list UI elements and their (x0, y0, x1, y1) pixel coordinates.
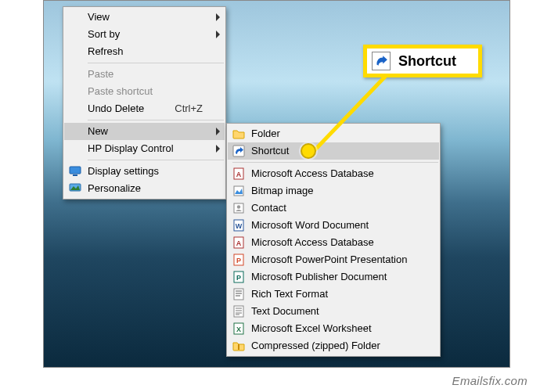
menu-label: Bitmap image (251, 185, 313, 196)
separator (232, 162, 438, 163)
keyboard-shortcut: Ctrl+Z (175, 100, 203, 117)
menu-label: Personalize (88, 182, 141, 194)
menu-item-view[interactable]: View (64, 9, 225, 26)
menu-item-personalize[interactable]: Personalize (64, 180, 225, 197)
access-icon: A (232, 167, 245, 180)
svg-rect-18 (234, 306, 243, 317)
excel-icon: X (232, 322, 245, 335)
chevron-right-icon (216, 31, 220, 38)
menu-label: Compressed (zipped) Folder (251, 340, 380, 351)
menu-label: Rich Text Format (251, 288, 328, 300)
annotation-dot (301, 143, 316, 159)
separator (88, 63, 224, 63)
svg-text:P: P (236, 257, 241, 264)
menu-item-new[interactable]: New (64, 123, 225, 140)
menu-label: Microsoft Access Database (251, 167, 374, 179)
menu-label: Folder (251, 128, 280, 139)
menu-label: Undo Delete (88, 102, 144, 114)
personalize-icon (69, 182, 81, 195)
menu-label: New (88, 125, 108, 137)
svg-text:X: X (236, 325, 241, 333)
submenu-item-excel[interactable]: X Microsoft Excel Worksheet (228, 320, 439, 337)
menu-label: Microsoft Excel Worksheet (251, 322, 372, 334)
separator (88, 120, 224, 120)
bitmap-icon (232, 185, 245, 197)
menu-item-paste-shortcut: Paste shortcut (64, 83, 225, 100)
menu-item-undo-delete[interactable]: Undo Delete Ctrl+Z (64, 100, 225, 117)
menu-label: Paste (88, 68, 113, 80)
menu-label: Text Document (251, 305, 319, 317)
watermark: Emailsfix.com (452, 374, 527, 387)
menu-label: Microsoft Word Document (251, 219, 369, 231)
shortcut-arrow-icon (372, 52, 391, 70)
submenu-item-zip[interactable]: Compressed (zipped) Folder (228, 337, 439, 354)
powerpoint-icon: P (232, 254, 245, 266)
menu-item-hp-display-control[interactable]: HP Display Control (64, 140, 225, 157)
submenu-item-access[interactable]: A Microsoft Access Database (228, 165, 439, 182)
monitor-icon (69, 165, 81, 178)
menu-item-display-settings[interactable]: Display settings (64, 163, 225, 180)
menu-label: HP Display Control (88, 142, 174, 154)
menu-label: Shortcut (251, 145, 289, 156)
chevron-right-icon (216, 13, 220, 21)
svg-rect-1 (73, 174, 77, 176)
menu-label: Microsoft Publisher Document (251, 271, 387, 282)
rtf-icon (232, 288, 245, 300)
chevron-right-icon (216, 128, 220, 135)
callout-label: Shortcut (398, 53, 456, 70)
separator (88, 160, 224, 160)
svg-rect-0 (70, 167, 81, 174)
menu-label: Sort by (88, 28, 120, 40)
menu-label: View (88, 11, 110, 23)
menu-label: Microsoft PowerPoint Presentation (251, 254, 407, 265)
submenu-item-powerpoint[interactable]: P Microsoft PowerPoint Presentation (228, 251, 439, 268)
desktop-context-menu: View Sort by Refresh Paste Paste shortcu… (63, 6, 226, 200)
new-submenu: Folder Shortcut A Microsoft Access Datab… (226, 123, 441, 357)
menu-label: Refresh (88, 45, 124, 57)
submenu-item-publisher[interactable]: P Microsoft Publisher Document (228, 268, 439, 286)
menu-item-sort-by[interactable]: Sort by (64, 26, 225, 43)
submenu-item-folder[interactable]: Folder (228, 125, 439, 142)
submenu-item-contact[interactable]: Contact (228, 200, 439, 217)
shortcut-arrow-icon (232, 145, 245, 157)
svg-point-8 (237, 205, 240, 208)
contact-icon (232, 202, 245, 214)
submenu-item-rtf[interactable]: Rich Text Format (228, 286, 439, 303)
callout-shortcut: Shortcut (363, 45, 482, 77)
svg-text:W: W (236, 222, 243, 230)
submenu-item-access-2[interactable]: A Microsoft Access Database (228, 234, 439, 251)
svg-rect-17 (234, 289, 243, 300)
svg-text:P: P (236, 274, 241, 282)
word-icon: W (232, 219, 245, 232)
chevron-right-icon (216, 145, 220, 153)
submenu-item-text[interactable]: Text Document (228, 303, 439, 320)
menu-label: Contact (251, 202, 286, 214)
publisher-icon: P (232, 271, 245, 283)
svg-text:A: A (236, 239, 242, 247)
submenu-item-shortcut[interactable]: Shortcut (228, 142, 439, 160)
menu-item-refresh[interactable]: Refresh (64, 43, 225, 60)
menu-label: Microsoft Access Database (251, 236, 374, 248)
submenu-item-bitmap[interactable]: Bitmap image (228, 182, 439, 200)
submenu-item-word[interactable]: W Microsoft Word Document (228, 217, 439, 234)
text-icon (232, 305, 245, 318)
access-icon: A (232, 236, 245, 249)
menu-label: Paste shortcut (88, 85, 153, 97)
folder-icon (232, 128, 245, 140)
menu-label: Display settings (88, 165, 159, 177)
menu-item-paste: Paste (64, 66, 225, 83)
svg-text:A: A (236, 171, 242, 178)
zip-icon (232, 340, 245, 352)
svg-rect-21 (238, 344, 239, 350)
